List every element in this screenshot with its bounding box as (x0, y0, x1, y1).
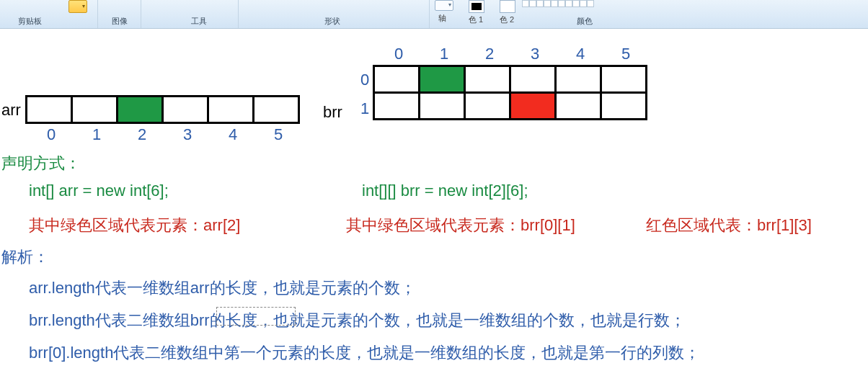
arr-index: 5 (254, 125, 302, 144)
brr-cell (373, 65, 420, 94)
brr-cell (509, 91, 557, 120)
ribbon-sep (141, 0, 141, 28)
ribbon-group-shapes: 形状 (324, 16, 340, 27)
brr-col-index: 4 (557, 45, 604, 63)
brr-col-index: 0 (375, 45, 422, 63)
brr-grid (375, 65, 647, 120)
brr-col-index: 5 (602, 45, 650, 63)
parse-line-0: arr.length代表一维数组arr的长度，也就是元素的个数； (29, 277, 416, 299)
arr-index: 1 (73, 125, 120, 144)
brr-cell (373, 91, 420, 120)
brr-row-index: 0 (358, 71, 372, 89)
parse-title: 解析： (1, 246, 49, 268)
brr-cell (509, 65, 557, 94)
brr-cell (554, 65, 602, 94)
parse-line-1: brr.length代表二维数组brr的长度，也就是元素的个数，也就是一维数组的… (29, 310, 686, 331)
parse-line-2: brr[0].length代表二维数组中第一个元素的长度，也就是一维数组的长度，… (29, 342, 700, 364)
axis-label: 轴 (438, 13, 446, 24)
brr-label: brr (323, 103, 342, 122)
arr-declaration: int[] arr = new int[6]; (29, 182, 169, 200)
ribbon-group-clipboard: 剪贴板 (18, 16, 42, 27)
brr-col-index: 1 (420, 45, 468, 63)
brr-row-index: 1 (358, 99, 372, 118)
paste-dropdown[interactable] (68, 0, 87, 13)
color2-button[interactable] (500, 0, 515, 13)
arr-grid (27, 95, 300, 124)
ribbon-sep (429, 0, 430, 28)
arr-index: 4 (209, 125, 257, 144)
brr-cell (418, 65, 466, 94)
ribbon: 轴 色 1 色 2 剪贴板 图像 工具 形状 颜色 (0, 0, 868, 29)
paint-selection[interactable] (216, 307, 296, 326)
arr-cell (207, 95, 254, 124)
color-swatches[interactable] (522, 0, 681, 9)
arr-index: 3 (164, 125, 211, 144)
ribbon-group-tools: 工具 (191, 16, 207, 27)
brr-green-desc: 其中绿色区域代表元素：brr[0][1] (346, 215, 575, 236)
arr-cell (161, 95, 209, 124)
ribbon-sep (97, 0, 98, 28)
brr-cell (600, 91, 647, 120)
arr-cell (25, 95, 73, 124)
ribbon-group-colors: 颜色 (577, 16, 593, 27)
brr-cell (418, 91, 466, 120)
brr-cell (554, 91, 602, 120)
brr-red-desc: 红色区域代表：brr[1][3] (646, 215, 812, 236)
arr-cell (71, 95, 118, 124)
declaration-title: 声明方式： (1, 153, 81, 174)
ribbon-group-image: 图像 (112, 16, 128, 27)
brr-declaration: int[][] brr = new int[2][6]; (362, 182, 528, 200)
brr-col-index: 3 (511, 45, 559, 63)
brr-cell (600, 65, 647, 94)
arr-label: arr (1, 101, 21, 120)
color1-label: 色 1 (469, 14, 483, 25)
axis-dropdown[interactable] (435, 0, 453, 11)
arr-cell (116, 95, 164, 124)
color2-label: 色 2 (500, 14, 514, 25)
arr-index: 0 (27, 125, 75, 144)
arr-green-desc: 其中绿色区域代表元素：arr[2] (29, 215, 240, 236)
brr-cell (464, 65, 511, 94)
ribbon-sep (238, 0, 239, 28)
arr-index: 2 (118, 125, 166, 144)
canvas: arr 012345 brr 012345 01 声明方式： int[] arr… (0, 29, 868, 389)
brr-cell (464, 91, 511, 120)
brr-col-index: 2 (466, 45, 513, 63)
color1-button[interactable] (469, 0, 484, 13)
arr-cell (252, 95, 300, 124)
